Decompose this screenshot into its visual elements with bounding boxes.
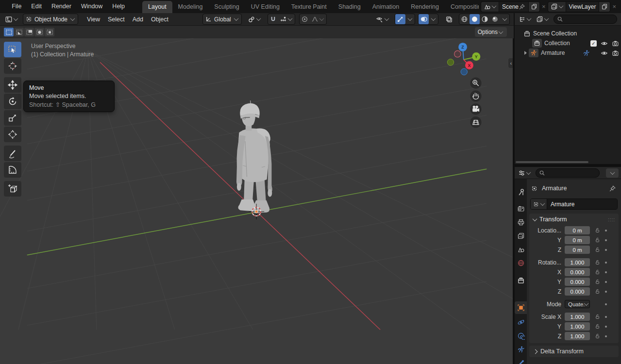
location-y-field[interactable]: 0 m (565, 236, 590, 244)
menu-file[interactable]: File (7, 0, 26, 13)
lock-icon[interactable] (594, 269, 601, 275)
tab-uv-editing[interactable]: UV Editing (245, 1, 285, 13)
outliner-search-input[interactable] (554, 15, 617, 24)
tool-scale[interactable] (4, 110, 21, 126)
shading-solid-button[interactable] (470, 14, 480, 24)
navigation-gizmo[interactable]: Z Y X (447, 43, 480, 75)
xray-toggle[interactable] (443, 14, 455, 25)
outliner-editor-type-button[interactable] (517, 14, 534, 25)
select-mode-intersect[interactable] (45, 28, 54, 36)
tab-object[interactable] (515, 301, 527, 314)
tool-transform[interactable] (4, 127, 21, 142)
panel-drag-handle[interactable]: :::: (608, 217, 615, 222)
tab-world[interactable] (515, 257, 527, 269)
lock-icon[interactable] (594, 323, 601, 330)
mode-dropdown[interactable]: Object Mode (23, 14, 78, 25)
menu-add[interactable]: Add (129, 16, 147, 23)
location-z-field[interactable]: 0 m (565, 246, 590, 254)
orthographic-grid-button[interactable] (470, 116, 481, 128)
animate-dot[interactable] (605, 335, 607, 337)
hide-eye-icon[interactable] (601, 40, 608, 47)
lock-icon[interactable] (594, 279, 601, 285)
tab-modeling[interactable]: Modeling (172, 1, 209, 13)
disable-render-camera-icon[interactable] (612, 50, 619, 57)
tool-rotate[interactable] (4, 94, 21, 109)
tab-output[interactable] (515, 216, 527, 229)
rotation-x-field[interactable]: 0.000 (565, 268, 590, 276)
tab-constraints[interactable] (515, 330, 527, 342)
snap-toggle-button[interactable] (268, 14, 278, 24)
show-overlays-toggle[interactable] (419, 14, 429, 24)
gizmos-dropdown[interactable] (405, 14, 415, 24)
scale-z-field[interactable]: 1.000 (565, 332, 590, 340)
pivot-point-dropdown[interactable] (246, 14, 264, 25)
proportional-edit-toggle[interactable] (300, 14, 310, 24)
animate-dot[interactable] (605, 262, 607, 264)
rotation-z-field[interactable]: 0.000 (565, 287, 590, 296)
shading-rendered-button[interactable] (490, 14, 500, 24)
shading-wireframe-button[interactable] (459, 14, 470, 24)
menu-object[interactable]: Object (147, 16, 172, 23)
animate-dot[interactable] (605, 239, 607, 241)
scene-name-field[interactable]: Scene (499, 1, 529, 12)
object-name-field[interactable]: Armature (547, 199, 617, 209)
tool-cursor[interactable] (4, 58, 21, 74)
tab-layout[interactable]: Layout (142, 1, 172, 13)
shading-dropdown[interactable] (500, 14, 509, 24)
scale-y-field[interactable]: 1.000 (565, 322, 590, 331)
falloff-dropdown[interactable] (310, 14, 326, 24)
transform-panel-header[interactable]: Transform :::: (529, 214, 619, 225)
tab-bone[interactable] (515, 357, 527, 364)
outliner-hscrollbar[interactable] (516, 161, 588, 163)
armature-model[interactable] (236, 100, 272, 213)
animate-dot[interactable] (605, 291, 607, 293)
transform-orientation-dropdown[interactable]: Global (202, 14, 242, 25)
lock-icon[interactable] (594, 333, 601, 339)
lock-icon[interactable] (594, 237, 601, 243)
scene-unlink-icon[interactable]: × (542, 3, 546, 10)
lock-icon[interactable] (594, 227, 601, 233)
tab-collection[interactable] (515, 274, 527, 287)
outliner-display-mode-button[interactable] (534, 14, 552, 25)
pin-icon[interactable] (609, 185, 616, 192)
hide-eye-icon[interactable] (601, 50, 608, 57)
pan-hand-button[interactable] (470, 90, 481, 101)
animate-dot[interactable] (605, 316, 607, 318)
menu-edit[interactable]: Edit (26, 0, 47, 13)
properties-filter-button[interactable] (606, 168, 619, 178)
tab-physics[interactable] (515, 316, 527, 329)
gizmo-neg-x[interactable] (454, 50, 461, 57)
tool-select-box[interactable] (4, 42, 21, 57)
animate-dot[interactable] (605, 230, 607, 232)
rotation-y-field[interactable]: 0.000 (565, 278, 590, 286)
gizmo-neg-y[interactable] (447, 59, 453, 65)
animate-dot[interactable] (605, 326, 607, 328)
tool-add-cube[interactable] (4, 181, 21, 197)
snap-target-dropdown[interactable] (278, 14, 295, 24)
tab-compositing[interactable]: Compositing (445, 1, 479, 13)
lock-icon[interactable] (594, 288, 601, 295)
expand-triangle-icon[interactable] (524, 51, 527, 55)
tab-texture-paint[interactable]: Texture Paint (285, 1, 333, 13)
gizmo-neg-z[interactable] (461, 68, 467, 75)
options-button[interactable]: Options (475, 27, 507, 37)
tab-animation[interactable]: Animation (367, 1, 405, 13)
rotation-mode-dropdown[interactable]: Quate... (565, 300, 590, 308)
delta-transform-panel-header[interactable]: Delta Transform (529, 346, 619, 357)
object-id-dropdown[interactable] (531, 199, 547, 209)
tool-annotate[interactable] (4, 146, 21, 161)
menu-render[interactable]: Render (47, 0, 76, 13)
select-mode-extend[interactable] (14, 28, 24, 36)
menu-view[interactable]: View (83, 16, 104, 23)
tab-sculpting[interactable]: Sculpting (208, 1, 245, 13)
viewlayer-remove-icon[interactable]: × (612, 3, 616, 10)
viewlayer-name-field[interactable]: ViewLayer (566, 1, 600, 12)
tool-measure[interactable] (4, 162, 21, 178)
select-mode-subtract[interactable] (24, 28, 34, 36)
pin-icon[interactable] (519, 3, 525, 10)
animate-dot[interactable] (605, 271, 607, 273)
lock-icon[interactable] (594, 314, 601, 320)
animate-dot[interactable] (605, 249, 607, 251)
scene-browse-button[interactable] (481, 1, 499, 12)
rotation-w-field[interactable]: 1.000 (565, 258, 590, 266)
